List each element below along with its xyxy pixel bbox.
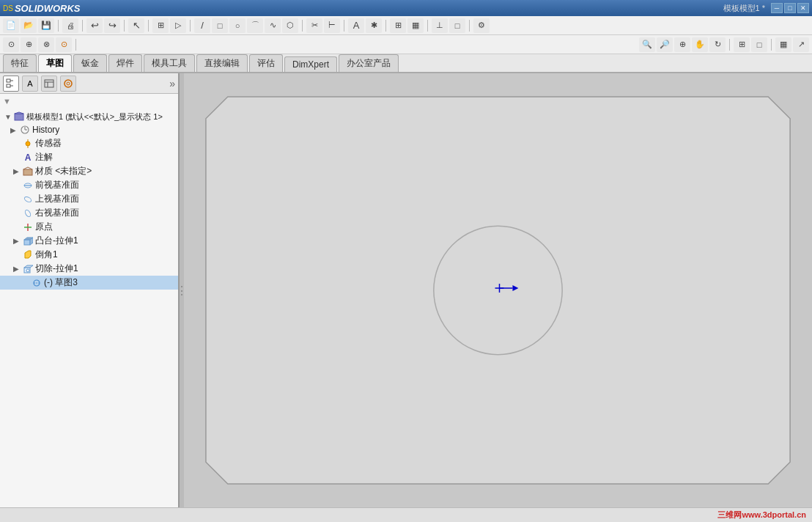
- tab-dimxpert[interactable]: DimXpert: [284, 56, 337, 72]
- zoom-out-btn[interactable]: 🔎: [657, 37, 673, 52]
- extend-btn[interactable]: ⊢: [324, 18, 340, 33]
- ft-tab-camera[interactable]: [60, 76, 76, 92]
- tree-material[interactable]: ▶ 材质 <未指定>: [0, 164, 178, 178]
- tab-sketch[interactable]: 草图: [38, 54, 72, 72]
- svg-point-14: [26, 141, 30, 146]
- tree-cut1[interactable]: ▶ 切除-拉伸1: [0, 262, 178, 276]
- display-style-btn[interactable]: □: [751, 37, 767, 52]
- pan-btn[interactable]: ✋: [692, 37, 708, 52]
- annotation-icon: A: [22, 152, 34, 163]
- zoom-area-btn[interactable]: ⊕: [674, 37, 690, 52]
- sep9: [427, 20, 428, 32]
- root-arrow: ▼: [4, 113, 13, 121]
- section-view-btn[interactable]: ↗: [793, 37, 809, 52]
- sep2: [82, 20, 83, 32]
- tree-sensor[interactable]: 传感器: [0, 136, 178, 150]
- tree-chamfer1[interactable]: 倒角1: [0, 248, 178, 262]
- options-btn[interactable]: ⚙: [473, 18, 490, 33]
- tree-top-plane[interactable]: 上视基准面: [0, 192, 178, 206]
- model-icon: [13, 111, 25, 122]
- rotate-btn[interactable]: ↻: [709, 37, 726, 52]
- undo-btn[interactable]: ↩: [86, 18, 103, 33]
- watermark-text: 三维网www.3dportal.cn: [717, 510, 806, 521]
- ft-tab-config[interactable]: [41, 76, 57, 92]
- smart-dim-btn[interactable]: ✱: [366, 18, 382, 33]
- origin-label: 原点: [35, 221, 53, 233]
- tree-sketch3[interactable]: (-) 草图3: [0, 276, 178, 290]
- polygon-btn[interactable]: ⬡: [282, 18, 298, 33]
- open-btn[interactable]: 📂: [21, 18, 37, 33]
- pattern-btn[interactable]: ▦: [407, 18, 424, 33]
- svg-point-22: [23, 195, 32, 202]
- circle-btn[interactable]: ○: [229, 18, 246, 33]
- sketch-tool2[interactable]: ⊕: [21, 37, 37, 52]
- trim-btn[interactable]: ✂: [306, 18, 322, 33]
- dimension-btn[interactable]: A: [348, 18, 364, 33]
- ds-prefix: DS: [3, 4, 13, 12]
- tab-evaluate[interactable]: 评估: [249, 54, 283, 72]
- sketch-tool4[interactable]: ⊙: [56, 37, 72, 52]
- svg-point-7: [64, 80, 72, 87]
- tree-history[interactable]: ▶ History: [0, 123, 178, 136]
- sensor-label: 传感器: [35, 137, 62, 150]
- spline-btn[interactable]: ∿: [265, 18, 281, 33]
- ft-tab-tree[interactable]: [3, 76, 19, 92]
- tree-front-plane[interactable]: 前视基准面: [0, 178, 178, 192]
- tree-model-root[interactable]: ▼ 模板模型1 (默认<<默认>_显示状态 1>: [0, 110, 178, 123]
- window-controls[interactable]: ─ □ ✕: [771, 3, 809, 13]
- feature-icon-tabs: A »: [0, 73, 178, 94]
- tree-origin[interactable]: 原点: [0, 220, 178, 234]
- svg-marker-36: [206, 97, 790, 484]
- svg-point-8: [67, 82, 70, 85]
- sep10: [469, 20, 470, 32]
- tab-mold[interactable]: 模具工具: [144, 54, 195, 72]
- sketch-tool3[interactable]: ⊗: [38, 37, 54, 52]
- extrude1-icon: [22, 235, 34, 247]
- sketch-tool1[interactable]: ⊙: [3, 37, 19, 52]
- tree-right-plane[interactable]: 右视基准面: [0, 206, 178, 220]
- view-orient-btn[interactable]: ⊞: [734, 37, 750, 52]
- fix-btn[interactable]: □: [449, 18, 465, 33]
- maximize-button[interactable]: □: [784, 3, 796, 13]
- minimize-button[interactable]: ─: [771, 3, 783, 13]
- arc-btn[interactable]: ⌒: [247, 18, 263, 33]
- redo-btn[interactable]: ↪: [104, 18, 120, 33]
- save-btn[interactable]: 💾: [38, 18, 54, 33]
- tree-annotation[interactable]: A 注解: [0, 150, 178, 164]
- zoom-in-btn[interactable]: 🔍: [639, 37, 655, 52]
- tab-direct-edit[interactable]: 直接编辑: [196, 54, 248, 72]
- ft-tab-property[interactable]: A: [22, 76, 38, 92]
- sensor-icon: [22, 138, 34, 150]
- tab-office[interactable]: 办公室产品: [339, 54, 399, 72]
- toolbar-row2: ⊙ ⊕ ⊗ ⊙ 🔍 🔎 ⊕ ✋ ↻ ⊞ □ ▦ ↗: [0, 35, 812, 54]
- top-plane-label: 上视基准面: [35, 193, 79, 205]
- history-label: History: [32, 125, 59, 135]
- rect-btn[interactable]: □: [212, 18, 228, 33]
- view-btn[interactable]: ▷: [170, 18, 186, 33]
- tab-sheetmetal[interactable]: 钣金: [73, 54, 107, 72]
- title-bar: DS SOLIDWORKS 模板模型1 * ─ □ ✕: [0, 0, 812, 16]
- mirror-btn[interactable]: ⊞: [390, 18, 406, 33]
- ft-more-icon[interactable]: »: [169, 78, 175, 89]
- more-views-btn[interactable]: ▦: [775, 37, 791, 52]
- tab-weldments[interactable]: 焊件: [108, 54, 142, 72]
- filter-row: ▼: [0, 94, 178, 109]
- feature-tree-panel: A » ▼: [0, 73, 180, 507]
- svg-rect-0: [7, 79, 10, 82]
- viewport[interactable]: [184, 73, 812, 507]
- relations-btn[interactable]: ⊥: [432, 18, 448, 33]
- tab-features[interactable]: 特征: [3, 54, 37, 72]
- chamfer1-label: 倒角1: [35, 249, 58, 261]
- close-button[interactable]: ✕: [797, 3, 809, 13]
- annotation-label: 注解: [35, 151, 53, 163]
- zoom-fit-btn[interactable]: ⊞: [152, 18, 169, 33]
- select-btn[interactable]: ↖: [128, 18, 144, 33]
- print-btn[interactable]: 🖨: [62, 18, 78, 33]
- sep5: [190, 20, 191, 32]
- tree-extrude1[interactable]: ▶ 凸台-拉伸1: [0, 234, 178, 248]
- status-bar: 三维网www.3dportal.cn: [0, 507, 812, 522]
- line-btn[interactable]: /: [194, 18, 210, 33]
- new-btn[interactable]: 📄: [3, 18, 19, 33]
- sketch3-label: (-) 草图3: [44, 276, 78, 289]
- sep1: [58, 20, 59, 32]
